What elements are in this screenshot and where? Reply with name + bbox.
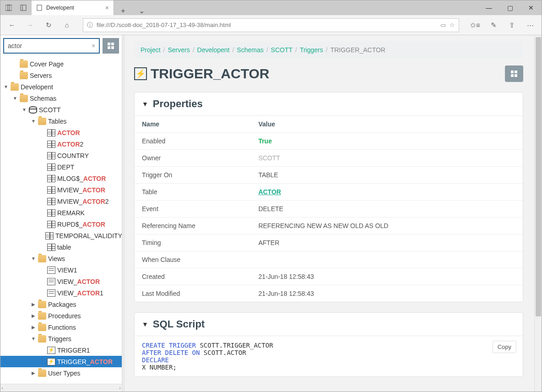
maximize-button[interactable]: ▢ [499,0,520,15]
home-button[interactable]: ⌂ [60,18,74,32]
caret-icon[interactable]: ▶ [31,370,36,376]
breadcrumb-current: TRIGGER_ACTOR [331,46,385,54]
caret-icon[interactable]: ▼ [22,107,27,112]
property-value: True [251,133,523,150]
search-box[interactable]: × [3,38,100,54]
favorite-icon[interactable]: ☆ [450,22,455,28]
tree-item[interactable]: ▼SCOTT [0,104,122,115]
new-tab-button[interactable]: + [114,7,132,15]
caret-icon[interactable]: ▼ [31,256,36,261]
tree-item[interactable]: ▶TEMPORAL_VALIDITY_DEMO [0,230,122,241]
property-name: Event [135,201,251,218]
caret-icon[interactable]: ▶ [31,302,36,307]
caret-icon[interactable]: ▶ [31,325,36,330]
tree-item[interactable]: ▶MLOG$_ACTOR [0,173,122,184]
horizontal-scrollbar[interactable]: ‹› [0,384,122,392]
url-bar[interactable]: ⓘ file:///D:/scott-doc_2018-07-17_13-49-… [83,18,459,32]
tree-item[interactable]: ▼Developent [0,81,122,93]
breadcrumb-link[interactable]: Triggers [300,46,323,54]
grid-view-button[interactable] [505,65,523,82]
tree-item[interactable]: ▼Tables [0,115,122,127]
clear-search-icon[interactable]: × [92,42,95,49]
sidebar-toggle-icon[interactable] [2,1,15,14]
breadcrumb-link[interactable]: Servers [168,46,190,54]
folder-icon [38,255,46,262]
tree-item[interactable]: ▶Procedures [0,310,122,321]
properties-header[interactable]: ▼ Properties [135,93,523,116]
tree-item[interactable]: ▶VIEW_ACTOR1 [0,287,122,299]
tree-item[interactable]: ▶ACTOR [0,127,122,138]
tree-label: MVIEW_ACTOR2 [57,198,109,205]
property-value: DELETE [251,201,523,218]
tree-item[interactable]: ▶table [0,241,122,253]
vertical-scrollbar[interactable] [534,35,542,392]
tree-item[interactable]: ▶TRIGGER1 [0,344,122,356]
tree-item[interactable]: ▶Functions [0,321,122,333]
breadcrumb-link[interactable]: Schemas [237,46,263,54]
tree-item[interactable]: ▶User Types [0,367,122,379]
copy-button[interactable]: Copy [493,341,516,353]
notes-button[interactable]: ✎ [487,18,500,32]
table-row: When Clause [135,251,523,268]
caret-icon[interactable]: ▼ [12,96,18,101]
sql-script-header[interactable]: ▼ SQL Script [135,313,523,336]
table-row: Last Modified21-Jun-18 12:58:43 [135,285,523,302]
favorites-button[interactable]: ✩≡ [468,18,482,32]
browser-tab[interactable]: Developent × [32,0,114,15]
property-value[interactable]: ACTOR [251,184,523,201]
tree-label: User Types [48,370,81,377]
tree-label: Schemas [30,95,56,102]
property-value: SCOTT [251,150,523,167]
more-button[interactable]: ⋯ [523,18,537,32]
tree-item[interactable]: ▶Packages [0,299,122,310]
tree-label: Developent [21,83,53,91]
properties-header-name: Name [135,116,251,133]
property-value [251,251,523,268]
breadcrumb-link[interactable]: Developent [197,46,230,54]
caret-icon[interactable]: ▼ [31,119,36,124]
tree-item[interactable]: ▶COUNTRY [0,150,122,161]
property-value: AFTER [251,234,523,251]
tree-item[interactable]: ▶DEPT [0,161,122,173]
tree-label: Views [48,255,65,262]
tree-item[interactable]: ▶MVIEW_ACTOR2 [0,196,122,207]
refresh-button[interactable]: ↻ [42,18,55,32]
minimize-button[interactable]: — [478,0,499,15]
tree-item[interactable]: ▶VIEW1 [0,264,122,276]
caret-down-icon: ▼ [142,321,148,328]
share-button[interactable]: ⇪ [505,18,519,32]
tree-item[interactable]: ▶REMARK [0,207,122,218]
tree-item[interactable]: ▼Triggers [0,333,122,344]
breadcrumb-link[interactable]: SCOTT [271,46,293,54]
tree-item[interactable]: ▶VIEW_ACTOR [0,276,122,287]
caret-icon[interactable]: ▼ [31,336,36,341]
forward-button[interactable]: → [23,18,37,32]
reading-list-icon[interactable] [17,1,30,14]
info-icon[interactable]: ⓘ [87,21,93,29]
tab-close-icon[interactable]: × [105,4,109,11]
tree-item[interactable]: ▶MVIEW_ACTOR [0,184,122,196]
svg-rect-7 [108,46,110,49]
tabs-dropdown-icon[interactable]: ⌄ [132,6,151,15]
back-button[interactable]: ← [5,18,19,32]
tree-label: ACTOR [57,129,80,136]
tree-item[interactable]: ▶Cover Page [0,58,122,70]
svg-rect-2 [21,5,26,11]
search-input[interactable] [8,42,88,49]
tree-item[interactable]: ▶Servers [0,70,122,81]
tree-item[interactable]: ▶TRIGGER_ACTOR [0,356,122,367]
tree-item[interactable]: ▼Views [0,253,122,264]
url-text: file:///D:/scott-doc_2018-07-17_13-49-38… [97,22,437,28]
caret-icon[interactable]: ▶ [31,313,36,318]
breadcrumb-link[interactable]: Project [141,46,161,54]
table-row: Trigger OnTABLE [135,167,523,184]
svg-rect-12 [515,74,517,77]
caret-icon[interactable]: ▼ [3,84,9,89]
trigger-icon: ⚡ [134,67,147,80]
grid-view-button[interactable] [103,38,119,54]
tree-item[interactable]: ▼Schemas [0,93,122,104]
tree-item[interactable]: ▶RUPD$_ACTOR [0,218,122,230]
tree-item[interactable]: ▶ACTOR2 [0,138,122,150]
close-button[interactable]: ✕ [520,0,542,15]
reading-view-icon[interactable]: ▭ [440,22,446,28]
